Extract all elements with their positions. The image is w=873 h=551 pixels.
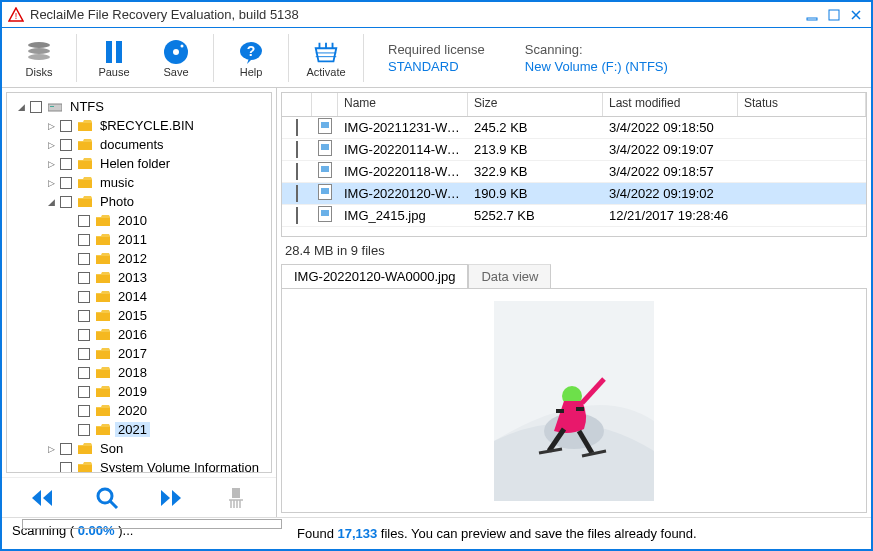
svg-rect-29 bbox=[96, 370, 110, 378]
checkbox[interactable] bbox=[78, 253, 90, 265]
header-checkbox-col[interactable] bbox=[282, 93, 312, 116]
disks-button[interactable]: Disks bbox=[10, 30, 68, 86]
tree-row[interactable]: 2011 bbox=[15, 230, 267, 249]
svg-rect-44 bbox=[576, 407, 584, 411]
folder-tree[interactable]: ◢ NTFS ▷ $RECYCLE.BIN ▷ documents ▷ Hele… bbox=[6, 92, 272, 473]
header-size[interactable]: Size bbox=[468, 93, 603, 116]
file-row[interactable]: IMG_2415.jpg 5252.7 KB 12/21/2017 19:28:… bbox=[282, 205, 866, 227]
save-button[interactable]: Save bbox=[147, 30, 205, 86]
checkbox[interactable] bbox=[60, 139, 72, 151]
tree-label: 2015 bbox=[115, 308, 150, 323]
header-modified[interactable]: Last modified bbox=[603, 93, 738, 116]
toolbar-separator bbox=[213, 34, 214, 82]
file-status bbox=[738, 192, 866, 196]
tree-row[interactable]: 2013 bbox=[15, 268, 267, 287]
help-button[interactable]: ? Help bbox=[222, 30, 280, 86]
maximize-button[interactable] bbox=[825, 7, 843, 23]
file-row[interactable]: IMG-20220114-WA00... 213.9 KB 3/4/2022 0… bbox=[282, 139, 866, 161]
expander-icon[interactable]: ▷ bbox=[45, 178, 57, 188]
tree-row[interactable]: ◢ Photo bbox=[15, 192, 267, 211]
tree-label: 2018 bbox=[115, 365, 150, 380]
expander-icon[interactable]: ◢ bbox=[45, 197, 57, 207]
expander-icon[interactable]: ◢ bbox=[15, 102, 27, 112]
svg-point-38 bbox=[98, 489, 112, 503]
header-name[interactable]: Name bbox=[338, 93, 468, 116]
clear-button[interactable] bbox=[221, 483, 251, 513]
folder-icon bbox=[96, 386, 110, 398]
svg-rect-3 bbox=[829, 10, 839, 20]
search-button[interactable] bbox=[92, 483, 122, 513]
tree-row[interactable]: System Volume Information bbox=[15, 458, 267, 473]
disks-label: Disks bbox=[26, 66, 53, 78]
checkbox[interactable] bbox=[296, 119, 298, 136]
tree-label: music bbox=[97, 175, 137, 190]
checkbox[interactable] bbox=[78, 310, 90, 322]
expander-icon[interactable]: ▷ bbox=[45, 444, 57, 454]
tree-row[interactable]: 2014 bbox=[15, 287, 267, 306]
nav-last-button[interactable] bbox=[156, 483, 186, 513]
checkbox[interactable] bbox=[60, 462, 72, 474]
svg-rect-18 bbox=[78, 161, 92, 169]
checkbox[interactable] bbox=[30, 101, 42, 113]
save-label: Save bbox=[163, 66, 188, 78]
help-icon: ? bbox=[237, 38, 265, 66]
file-row[interactable]: IMG-20211231-WA00... 245.2 KB 3/4/2022 0… bbox=[282, 117, 866, 139]
expander-icon[interactable]: ▷ bbox=[45, 159, 57, 169]
tree-row[interactable]: 2010 bbox=[15, 211, 267, 230]
checkbox[interactable] bbox=[60, 158, 72, 170]
checkbox[interactable] bbox=[60, 443, 72, 455]
file-list[interactable]: Name Size Last modified Status IMG-20211… bbox=[281, 92, 867, 237]
tree-row[interactable]: ▷ $RECYCLE.BIN bbox=[15, 116, 267, 135]
tree-row[interactable]: 2018 bbox=[15, 363, 267, 382]
checkbox[interactable] bbox=[296, 163, 298, 180]
scanning-value[interactable]: New Volume (F:) (NTFS) bbox=[525, 59, 668, 74]
license-value[interactable]: STANDARD bbox=[388, 59, 485, 74]
file-row[interactable]: IMG-20220120-WA00... 190.9 KB 3/4/2022 0… bbox=[282, 183, 866, 205]
tree-row[interactable]: ▷ documents bbox=[15, 135, 267, 154]
tree-row-root[interactable]: ◢ NTFS bbox=[15, 97, 267, 116]
checkbox[interactable] bbox=[60, 196, 72, 208]
nav-first-button[interactable] bbox=[27, 483, 57, 513]
checkbox[interactable] bbox=[60, 177, 72, 189]
folder-icon bbox=[78, 443, 92, 455]
pause-button[interactable]: Pause bbox=[85, 30, 143, 86]
tab-data-view[interactable]: Data view bbox=[468, 264, 551, 288]
tree-row[interactable]: 2015 bbox=[15, 306, 267, 325]
minimize-button[interactable] bbox=[803, 7, 821, 23]
toolbar-separator bbox=[363, 34, 364, 82]
checkbox[interactable] bbox=[78, 348, 90, 360]
tree-row[interactable]: ▷ Helen folder bbox=[15, 154, 267, 173]
tree-label: 2021 bbox=[115, 422, 150, 437]
checkbox[interactable] bbox=[60, 120, 72, 132]
checkbox[interactable] bbox=[78, 424, 90, 436]
file-row[interactable]: IMG-20220118-WA00... 322.9 KB 3/4/2022 0… bbox=[282, 161, 866, 183]
tree-row[interactable]: 2016 bbox=[15, 325, 267, 344]
close-button[interactable] bbox=[847, 7, 865, 23]
checkbox[interactable] bbox=[78, 291, 90, 303]
tree-row[interactable]: 2021 bbox=[15, 420, 267, 439]
header-status[interactable]: Status bbox=[738, 93, 866, 116]
tree-row[interactable]: 2017 bbox=[15, 344, 267, 363]
tree-row[interactable]: ▷ Son bbox=[15, 439, 267, 458]
checkbox[interactable] bbox=[296, 207, 298, 224]
tree-row[interactable]: 2019 bbox=[15, 382, 267, 401]
found-count: 17,133 bbox=[337, 526, 377, 541]
checkbox[interactable] bbox=[296, 141, 298, 158]
checkbox[interactable] bbox=[296, 185, 298, 202]
tab-preview[interactable]: IMG-20220120-WA0000.jpg bbox=[281, 264, 468, 288]
checkbox[interactable] bbox=[78, 386, 90, 398]
checkbox[interactable] bbox=[78, 405, 90, 417]
expander-icon[interactable]: ▷ bbox=[45, 121, 57, 131]
license-label: Required license bbox=[388, 42, 485, 57]
checkbox[interactable] bbox=[78, 367, 90, 379]
expander-icon[interactable]: ▷ bbox=[45, 140, 57, 150]
tree-row[interactable]: 2012 bbox=[15, 249, 267, 268]
activate-button[interactable]: Activate bbox=[297, 30, 355, 86]
tree-row[interactable]: 2020 bbox=[15, 401, 267, 420]
tree-row[interactable]: ▷ music bbox=[15, 173, 267, 192]
svg-point-10 bbox=[173, 49, 179, 55]
checkbox[interactable] bbox=[78, 272, 90, 284]
checkbox[interactable] bbox=[78, 329, 90, 341]
checkbox[interactable] bbox=[78, 234, 90, 246]
checkbox[interactable] bbox=[78, 215, 90, 227]
